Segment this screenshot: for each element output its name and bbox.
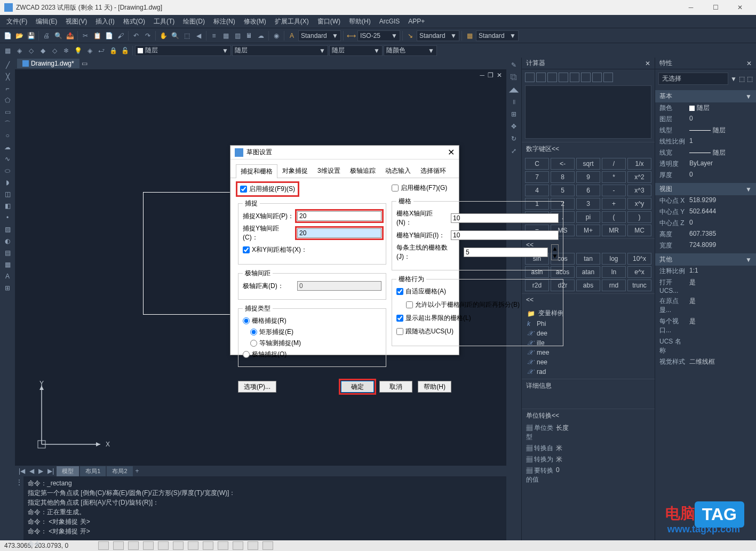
- key-sq[interactable]: x^2: [627, 171, 651, 183]
- key-3[interactable]: 3: [576, 198, 600, 210]
- tab-3d[interactable]: 3维设置: [313, 164, 345, 178]
- layer-state-icon[interactable]: ◈: [14, 45, 25, 56]
- key-ex[interactable]: e^x: [627, 266, 651, 278]
- mleader-icon[interactable]: ↘: [405, 30, 416, 41]
- move-icon[interactable]: ✥: [507, 121, 520, 132]
- tab-first-icon[interactable]: |◀: [17, 467, 27, 475]
- key-atan[interactable]: atan: [576, 266, 600, 278]
- dialog-close-icon[interactable]: ✕: [448, 147, 455, 157]
- calc-keypad-section[interactable]: 数字键区<<: [522, 142, 655, 156]
- key-inv[interactable]: 1/x: [627, 158, 651, 170]
- tab-next-icon[interactable]: ▶: [37, 467, 45, 475]
- layer-prop-icon[interactable]: ▦: [2, 45, 13, 56]
- point-icon[interactable]: •: [1, 212, 14, 223]
- layer-off-icon[interactable]: 💡: [73, 45, 83, 56]
- property-row[interactable]: UCS 名称: [655, 336, 756, 356]
- mdi-min-icon[interactable]: ─: [480, 71, 484, 79]
- property-row[interactable]: 每个视口...是: [655, 316, 756, 336]
- menu-draw[interactable]: 绘图(D): [179, 17, 209, 26]
- property-row[interactable]: 颜色随层: [655, 102, 756, 114]
- mdi-close-icon[interactable]: ✕: [497, 71, 502, 79]
- close-button[interactable]: ✕: [728, 2, 752, 13]
- tab-layout2[interactable]: 布局2: [107, 466, 132, 476]
- cancel-button[interactable]: 取消: [379, 381, 412, 393]
- mleader-style-combo[interactable]: Standard▼: [417, 30, 459, 41]
- group-view[interactable]: 视图▼: [655, 183, 756, 195]
- open-icon[interactable]: 📂: [14, 30, 25, 41]
- key-mp[interactable]: M+: [576, 225, 600, 236]
- menu-arcgis[interactable]: ArcGIS: [375, 18, 404, 25]
- maximize-button[interactable]: ☐: [704, 2, 727, 13]
- menu-format[interactable]: 格式(O): [119, 17, 149, 26]
- publish-icon[interactable]: 📤: [65, 30, 75, 41]
- key-log[interactable]: log: [602, 253, 626, 265]
- menu-file[interactable]: 文件(F): [2, 17, 31, 26]
- tab-last-icon[interactable]: ▶|: [46, 467, 55, 475]
- key-rp[interactable]: ): [627, 211, 651, 223]
- menu-window[interactable]: 窗口(W): [313, 17, 345, 26]
- property-row[interactable]: 注释比例1:1: [655, 266, 756, 277]
- menu-help[interactable]: 帮助(H): [345, 17, 375, 26]
- grid-y-input[interactable]: [451, 230, 559, 240]
- key-mul[interactable]: *: [602, 171, 626, 183]
- calc-dist-icon[interactable]: [570, 73, 579, 82]
- line-icon[interactable]: ╱: [1, 60, 14, 70]
- plotstyle-combo[interactable]: 随颜色▼: [384, 45, 437, 56]
- property-row[interactable]: 宽度724.8099: [655, 240, 756, 251]
- layer-freeze-icon[interactable]: ❄: [61, 45, 71, 56]
- iso-snap-radio[interactable]: 等轴测捕捉(M): [250, 339, 381, 348]
- block-icon[interactable]: ◫: [1, 189, 14, 199]
- pline-icon[interactable]: ⌐: [1, 83, 14, 94]
- key-sub[interactable]: -: [602, 185, 626, 196]
- rect-icon[interactable]: ▭: [1, 107, 14, 117]
- calc-get-icon[interactable]: [559, 73, 568, 82]
- tool-palette-icon[interactable]: ▥: [232, 30, 243, 41]
- command-input[interactable]: 命令：: [28, 539, 502, 549]
- key-7[interactable]: 7: [525, 171, 549, 183]
- dim-style-combo[interactable]: ISO-25▼: [357, 30, 400, 41]
- key-add[interactable]: +: [602, 198, 626, 210]
- scale-icon[interactable]: ⤢: [507, 146, 520, 156]
- minimize-button[interactable]: ─: [679, 2, 703, 13]
- layer-prev-icon[interactable]: ⮐: [96, 45, 107, 56]
- unit-conv-section[interactable]: 单位转换<<: [522, 409, 655, 422]
- enable-snap-checkbox[interactable]: 启用捕捉(F9)(S): [238, 183, 297, 195]
- undo-icon[interactable]: ↶: [131, 30, 141, 41]
- dialog-titlebar[interactable]: 草图设置 ✕: [230, 146, 459, 159]
- key-9[interactable]: 9: [576, 171, 600, 183]
- key-rnd[interactable]: rnd: [602, 280, 626, 291]
- enable-grid-checkbox[interactable]: 启用栅格(F7)(G): [392, 183, 563, 193]
- subdiv-checkbox[interactable]: 允许以小于栅格间距的间距再拆分(B): [396, 300, 559, 309]
- tab-dyn[interactable]: 动态输入: [380, 164, 416, 178]
- print-icon[interactable]: 🖨: [41, 30, 52, 41]
- calc-hist-icon[interactable]: [536, 73, 546, 82]
- mtext-icon[interactable]: A: [1, 271, 14, 282]
- calc-paste-icon[interactable]: [547, 73, 557, 82]
- property-row[interactable]: 线型随层: [655, 125, 756, 136]
- ellipse-arc-icon[interactable]: ◗: [1, 177, 14, 188]
- calc-clear-icon[interactable]: [525, 73, 535, 82]
- key-back[interactable]: <-: [551, 158, 575, 170]
- property-row[interactable]: 线宽随层: [655, 147, 756, 158]
- key-c[interactable]: C: [525, 158, 549, 170]
- layer-lock-icon[interactable]: 🔒: [108, 45, 118, 56]
- snap-x-input[interactable]: [297, 211, 381, 221]
- property-row[interactable]: 透明度ByLayer: [655, 158, 756, 170]
- tab-prev-icon[interactable]: ◀: [28, 467, 36, 475]
- key-sqrt[interactable]: sqrt: [576, 158, 600, 170]
- property-row[interactable]: 中心点 X518.9299: [655, 195, 756, 206]
- spline-icon[interactable]: ∿: [1, 154, 14, 164]
- doc-tab[interactable]: Drawing1.dwg*: [17, 59, 79, 68]
- tab-model[interactable]: 模型: [57, 466, 79, 476]
- key-mc[interactable]: MC: [627, 225, 651, 236]
- follow-ucs-checkbox[interactable]: 跟随动态UCS(U): [396, 327, 559, 336]
- erase-icon[interactable]: ✎: [507, 60, 520, 70]
- zoom-icon[interactable]: 🔍: [170, 30, 180, 41]
- region-icon[interactable]: ▤: [1, 247, 14, 258]
- selection-combo[interactable]: 无选择▼ ⬚ ⬚: [658, 73, 753, 85]
- property-row[interactable]: 高度607.7385: [655, 229, 756, 240]
- cut-icon[interactable]: ✂: [80, 30, 91, 41]
- property-row[interactable]: 图层0: [655, 114, 756, 125]
- props-close-icon[interactable]: ✕: [746, 60, 752, 67]
- group-basic[interactable]: 基本▼: [655, 90, 756, 102]
